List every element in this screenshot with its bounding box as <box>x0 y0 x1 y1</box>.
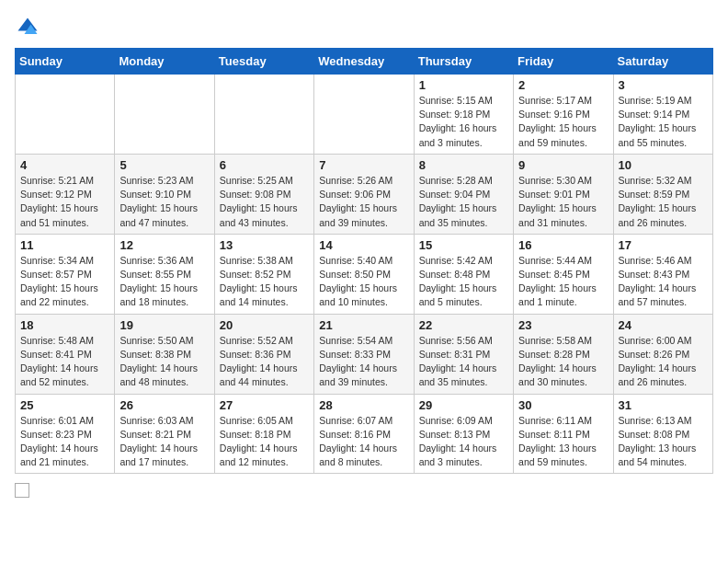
calendar-cell: 23Sunrise: 5:58 AM Sunset: 8:28 PM Dayli… <box>514 314 613 394</box>
calendar-cell <box>214 75 313 155</box>
calendar-cell: 8Sunrise: 5:28 AM Sunset: 9:04 PM Daylig… <box>414 154 513 234</box>
daylight-box-icon <box>15 483 29 498</box>
calendar-cell <box>314 75 414 155</box>
day-number: 30 <box>518 398 608 412</box>
day-info: Sunrise: 5:26 AM Sunset: 9:06 PM Dayligh… <box>319 174 408 230</box>
calendar-cell: 15Sunrise: 5:42 AM Sunset: 8:48 PM Dayli… <box>414 234 513 314</box>
day-number: 13 <box>220 238 309 252</box>
day-info: Sunrise: 5:15 AM Sunset: 9:18 PM Dayligh… <box>419 94 508 150</box>
day-number: 9 <box>518 158 608 172</box>
day-info: Sunrise: 5:17 AM Sunset: 9:16 PM Dayligh… <box>518 94 608 150</box>
calendar-cell: 16Sunrise: 5:44 AM Sunset: 8:45 PM Dayli… <box>514 234 613 314</box>
day-info: Sunrise: 5:52 AM Sunset: 8:36 PM Dayligh… <box>220 334 309 390</box>
day-number: 5 <box>119 158 209 172</box>
calendar-cell: 3Sunrise: 5:19 AM Sunset: 9:14 PM Daylig… <box>613 75 712 155</box>
calendar-cell: 13Sunrise: 5:38 AM Sunset: 8:52 PM Dayli… <box>214 234 313 314</box>
day-number: 22 <box>419 318 508 332</box>
day-number: 27 <box>220 398 309 412</box>
calendar-cell: 17Sunrise: 5:46 AM Sunset: 8:43 PM Dayli… <box>613 234 712 314</box>
calendar: SundayMondayTuesdayWednesdayThursdayFrid… <box>15 48 713 474</box>
calendar-cell: 5Sunrise: 5:23 AM Sunset: 9:10 PM Daylig… <box>115 154 214 234</box>
day-number: 17 <box>619 238 708 252</box>
day-info: Sunrise: 6:07 AM Sunset: 8:16 PM Dayligh… <box>319 414 408 470</box>
day-header-monday: Monday <box>115 49 214 75</box>
day-info: Sunrise: 6:01 AM Sunset: 8:23 PM Dayligh… <box>20 414 109 470</box>
day-number: 31 <box>619 398 708 412</box>
day-info: Sunrise: 5:21 AM Sunset: 9:12 PM Dayligh… <box>20 174 109 230</box>
day-header-saturday: Saturday <box>613 49 712 75</box>
day-number: 28 <box>319 398 408 412</box>
calendar-cell: 28Sunrise: 6:07 AM Sunset: 8:16 PM Dayli… <box>314 394 414 474</box>
page-header <box>15 15 713 40</box>
day-number: 1 <box>419 78 508 92</box>
day-number: 7 <box>319 158 408 172</box>
day-number: 8 <box>419 158 508 172</box>
day-info: Sunrise: 5:30 AM Sunset: 9:01 PM Dayligh… <box>518 174 608 230</box>
day-info: Sunrise: 6:03 AM Sunset: 8:21 PM Dayligh… <box>119 414 209 470</box>
day-header-friday: Friday <box>514 49 613 75</box>
day-number: 24 <box>619 318 708 332</box>
calendar-cell: 19Sunrise: 5:50 AM Sunset: 8:38 PM Dayli… <box>115 314 214 394</box>
day-info: Sunrise: 5:44 AM Sunset: 8:45 PM Dayligh… <box>518 254 608 310</box>
day-header-thursday: Thursday <box>414 49 513 75</box>
day-info: Sunrise: 5:34 AM Sunset: 8:57 PM Dayligh… <box>20 254 109 310</box>
calendar-cell: 21Sunrise: 5:54 AM Sunset: 8:33 PM Dayli… <box>314 314 414 394</box>
day-number: 11 <box>20 238 109 252</box>
day-number: 10 <box>619 158 708 172</box>
day-info: Sunrise: 5:19 AM Sunset: 9:14 PM Dayligh… <box>619 94 708 150</box>
calendar-cell: 6Sunrise: 5:25 AM Sunset: 9:08 PM Daylig… <box>214 154 313 234</box>
week-row-5: 25Sunrise: 6:01 AM Sunset: 8:23 PM Dayli… <box>16 394 713 474</box>
day-info: Sunrise: 6:05 AM Sunset: 8:18 PM Dayligh… <box>220 414 309 470</box>
day-number: 18 <box>20 318 109 332</box>
day-info: Sunrise: 5:28 AM Sunset: 9:04 PM Dayligh… <box>419 174 508 230</box>
week-row-4: 18Sunrise: 5:48 AM Sunset: 8:41 PM Dayli… <box>16 314 713 394</box>
calendar-cell: 20Sunrise: 5:52 AM Sunset: 8:36 PM Dayli… <box>214 314 313 394</box>
calendar-cell: 26Sunrise: 6:03 AM Sunset: 8:21 PM Dayli… <box>115 394 214 474</box>
day-number: 21 <box>319 318 408 332</box>
day-info: Sunrise: 6:09 AM Sunset: 8:13 PM Dayligh… <box>419 414 508 470</box>
day-number: 4 <box>20 158 109 172</box>
day-info: Sunrise: 5:56 AM Sunset: 8:31 PM Dayligh… <box>419 334 508 390</box>
day-number: 19 <box>119 318 209 332</box>
calendar-cell: 1Sunrise: 5:15 AM Sunset: 9:18 PM Daylig… <box>414 75 513 155</box>
calendar-cell: 22Sunrise: 5:56 AM Sunset: 8:31 PM Dayli… <box>414 314 513 394</box>
day-header-wednesday: Wednesday <box>314 49 414 75</box>
day-info: Sunrise: 5:40 AM Sunset: 8:50 PM Dayligh… <box>319 254 408 310</box>
calendar-cell: 2Sunrise: 5:17 AM Sunset: 9:16 PM Daylig… <box>514 75 613 155</box>
calendar-cell: 25Sunrise: 6:01 AM Sunset: 8:23 PM Dayli… <box>16 394 115 474</box>
header-row: SundayMondayTuesdayWednesdayThursdayFrid… <box>16 49 713 75</box>
day-info: Sunrise: 6:11 AM Sunset: 8:11 PM Dayligh… <box>518 414 608 470</box>
calendar-cell: 29Sunrise: 6:09 AM Sunset: 8:13 PM Dayli… <box>414 394 513 474</box>
day-number: 12 <box>119 238 209 252</box>
day-info: Sunrise: 5:32 AM Sunset: 8:59 PM Dayligh… <box>619 174 708 230</box>
day-info: Sunrise: 5:23 AM Sunset: 9:10 PM Dayligh… <box>119 174 209 230</box>
calendar-cell: 24Sunrise: 6:00 AM Sunset: 8:26 PM Dayli… <box>613 314 712 394</box>
day-info: Sunrise: 5:38 AM Sunset: 8:52 PM Dayligh… <box>220 254 309 310</box>
day-info: Sunrise: 5:58 AM Sunset: 8:28 PM Dayligh… <box>518 334 608 390</box>
day-number: 20 <box>220 318 309 332</box>
day-info: Sunrise: 5:54 AM Sunset: 8:33 PM Dayligh… <box>319 334 408 390</box>
calendar-cell: 7Sunrise: 5:26 AM Sunset: 9:06 PM Daylig… <box>314 154 414 234</box>
day-info: Sunrise: 6:13 AM Sunset: 8:08 PM Dayligh… <box>619 414 708 470</box>
svg-marker-0 <box>18 18 38 31</box>
day-info: Sunrise: 5:42 AM Sunset: 8:48 PM Dayligh… <box>419 254 508 310</box>
logo-icon <box>15 15 40 40</box>
week-row-3: 11Sunrise: 5:34 AM Sunset: 8:57 PM Dayli… <box>16 234 713 314</box>
calendar-cell: 11Sunrise: 5:34 AM Sunset: 8:57 PM Dayli… <box>16 234 115 314</box>
day-info: Sunrise: 5:46 AM Sunset: 8:43 PM Dayligh… <box>619 254 708 310</box>
calendar-cell: 4Sunrise: 5:21 AM Sunset: 9:12 PM Daylig… <box>16 154 115 234</box>
day-info: Sunrise: 5:25 AM Sunset: 9:08 PM Dayligh… <box>220 174 309 230</box>
day-info: Sunrise: 6:00 AM Sunset: 8:26 PM Dayligh… <box>619 334 708 390</box>
calendar-cell: 9Sunrise: 5:30 AM Sunset: 9:01 PM Daylig… <box>514 154 613 234</box>
calendar-cell: 18Sunrise: 5:48 AM Sunset: 8:41 PM Dayli… <box>16 314 115 394</box>
week-row-2: 4Sunrise: 5:21 AM Sunset: 9:12 PM Daylig… <box>16 154 713 234</box>
day-number: 26 <box>119 398 209 412</box>
day-number: 23 <box>518 318 608 332</box>
day-number: 29 <box>419 398 508 412</box>
calendar-cell: 14Sunrise: 5:40 AM Sunset: 8:50 PM Dayli… <box>314 234 414 314</box>
calendar-cell: 31Sunrise: 6:13 AM Sunset: 8:08 PM Dayli… <box>613 394 712 474</box>
day-info: Sunrise: 5:50 AM Sunset: 8:38 PM Dayligh… <box>119 334 209 390</box>
day-number: 6 <box>220 158 309 172</box>
calendar-cell <box>115 75 214 155</box>
footer <box>15 483 713 498</box>
